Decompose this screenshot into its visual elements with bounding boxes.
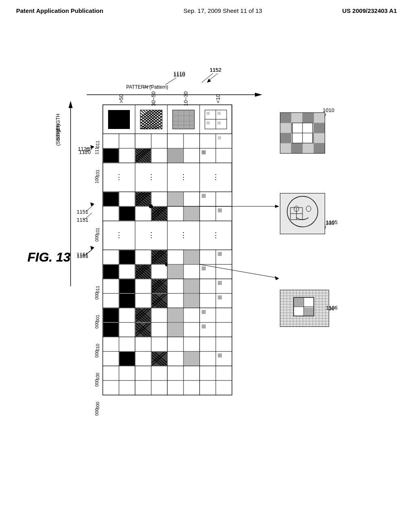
svg-rect-367	[302, 113, 314, 123]
svg-text:000: 000	[94, 350, 99, 357]
svg-text:⋮: ⋮	[212, 231, 219, 239]
sheet-info: Sep. 17, 2009 Sheet 11 of 13	[184, 7, 262, 14]
svg-text:100: 100	[95, 373, 100, 380]
svg-rect-319	[184, 352, 199, 366]
svg-text:⋮: ⋮	[148, 173, 155, 181]
patent-publication-label: Patent Application Publication	[16, 7, 103, 14]
svg-text:1110: 1110	[173, 71, 185, 77]
svg-rect-93	[217, 121, 221, 125]
svg-rect-365	[280, 113, 291, 123]
svg-rect-176	[218, 208, 222, 212]
svg-text:101: 101	[95, 170, 100, 177]
svg-marker-6	[255, 93, 262, 97]
svg-rect-225	[202, 266, 206, 270]
svg-rect-184	[119, 250, 135, 264]
svg-rect-92	[206, 121, 210, 125]
svg-text:⋮: ⋮	[148, 231, 155, 239]
svg-text:1151: 1151	[77, 209, 88, 215]
svg-rect-224	[218, 252, 222, 256]
svg-rect-229	[119, 279, 135, 293]
svg-text:1161: 1161	[77, 251, 88, 258]
svg-point-166	[149, 204, 153, 208]
svg-text:000: 000	[94, 379, 99, 387]
svg-marker-344	[90, 145, 94, 149]
svg-text:⋮: ⋮	[212, 173, 219, 181]
svg-rect-269	[103, 323, 119, 337]
svg-rect-53	[108, 110, 130, 129]
svg-text:011: 011	[95, 286, 100, 293]
svg-text:1120: 1120	[78, 146, 90, 152]
svg-line-346	[86, 205, 94, 212]
svg-rect-133	[119, 207, 135, 220]
svg-rect-185	[103, 265, 119, 278]
svg-text:10~30: 10~30	[183, 91, 189, 106]
svg-rect-415	[294, 298, 303, 306]
svg-marker-356	[275, 276, 279, 280]
svg-text:⋮: ⋮	[180, 173, 187, 181]
svg-rect-123	[202, 150, 206, 154]
svg-rect-304	[119, 352, 135, 366]
svg-rect-294	[168, 308, 183, 322]
svg-rect-299	[202, 310, 206, 314]
svg-text:000: 000	[95, 402, 100, 409]
svg-text:100: 100	[94, 176, 99, 183]
svg-rect-90	[206, 112, 210, 115]
svg-text:>50: >50	[118, 94, 124, 103]
svg-rect-91	[217, 112, 221, 115]
svg-text:⋮: ⋮	[180, 231, 187, 239]
svg-rect-368	[314, 123, 325, 133]
svg-rect-220	[168, 265, 183, 278]
main-diagram: STRENGTH (Strength) PATTERN (Pattern) 11…	[24, 52, 387, 516]
svg-text:111: 111	[94, 147, 99, 154]
svg-rect-219	[184, 250, 199, 264]
svg-text:010: 010	[95, 344, 100, 351]
svg-text:101: 101	[95, 228, 100, 235]
svg-rect-171	[184, 207, 199, 220]
svg-rect-124	[218, 136, 221, 139]
svg-rect-372	[314, 143, 325, 153]
svg-line-8	[165, 78, 176, 85]
patent-number: US 2009/232403 A1	[342, 7, 397, 14]
svg-rect-230	[119, 294, 135, 308]
svg-rect-258	[184, 279, 199, 293]
svg-text:1106: 1106	[326, 305, 338, 311]
svg-text:PATTERN (Pattern): PATTERN (Pattern)	[126, 84, 168, 90]
svg-text:1152: 1152	[210, 67, 221, 73]
svg-text:(Strength): (Strength)	[55, 124, 61, 145]
svg-rect-264	[218, 295, 222, 299]
svg-rect-175	[202, 194, 206, 198]
svg-rect-370	[291, 143, 302, 153]
svg-line-11	[202, 73, 213, 83]
svg-rect-295	[168, 323, 183, 337]
svg-text:1105: 1105	[326, 219, 338, 225]
svg-rect-259	[184, 294, 199, 308]
svg-text:⋮: ⋮	[115, 173, 123, 181]
svg-text:001: 001	[95, 315, 100, 322]
svg-rect-79	[173, 110, 194, 129]
svg-rect-132	[103, 192, 119, 206]
svg-text:000: 000	[94, 321, 99, 328]
svg-text:30~50: 30~50	[150, 91, 156, 106]
svg-text:⋮: ⋮	[115, 231, 123, 239]
svg-text:000: 000	[94, 408, 99, 416]
svg-rect-170	[168, 192, 183, 206]
svg-text:1010: 1010	[323, 107, 334, 113]
svg-marker-3	[69, 101, 73, 108]
svg-marker-354	[275, 205, 279, 208]
svg-rect-97	[103, 149, 119, 162]
svg-text:000: 000	[94, 292, 99, 299]
svg-text:000: 000	[94, 234, 99, 241]
svg-rect-323	[218, 353, 222, 357]
figure-number: FIG. 13	[27, 250, 71, 265]
svg-text:011: 011	[95, 141, 100, 148]
svg-rect-263	[218, 281, 222, 285]
svg-rect-119	[168, 149, 183, 162]
svg-text:<10: <10	[215, 94, 221, 103]
svg-rect-369	[280, 133, 291, 143]
svg-rect-268	[103, 308, 119, 322]
svg-rect-300	[202, 324, 206, 328]
svg-rect-416	[304, 308, 313, 316]
